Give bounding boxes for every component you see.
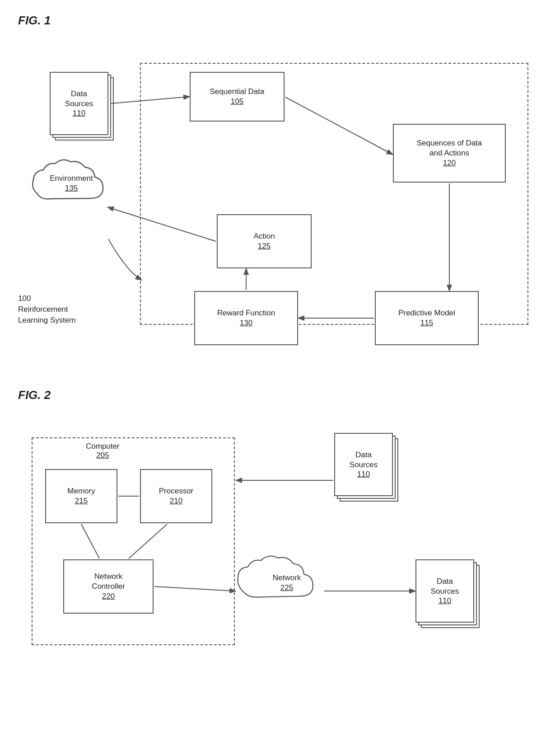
- fig2-label: FIG. 2: [18, 388, 542, 402]
- fig1-label: FIG. 1: [18, 14, 542, 28]
- svg-line-1: [285, 97, 392, 154]
- fig1-container: 100 Reinforcement Learning System Enviro…: [18, 36, 542, 361]
- fig1-arrows: [18, 36, 542, 361]
- fig2-arrows: [18, 410, 542, 681]
- svg-line-9: [154, 587, 235, 591]
- svg-line-8: [129, 524, 167, 558]
- svg-line-7: [81, 524, 99, 558]
- fig2-container: Computer 205 Memory 215 Processor 210 Ne…: [18, 410, 542, 672]
- svg-line-5: [108, 207, 216, 241]
- svg-line-0: [111, 97, 189, 103]
